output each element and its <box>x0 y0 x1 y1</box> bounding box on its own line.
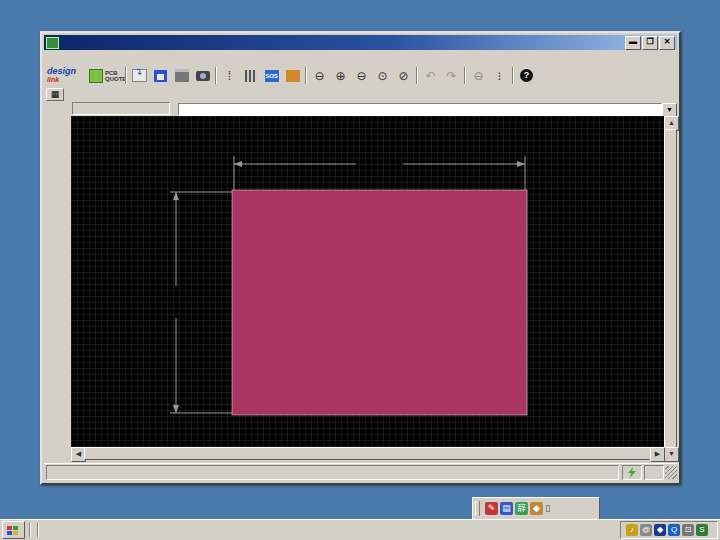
undo-icon[interactable]: ↶ <box>421 67 440 84</box>
tray-app1-icon[interactable]: @ <box>640 524 652 536</box>
export-image-icon[interactable] <box>193 67 212 84</box>
windows-logo-icon <box>7 526 17 535</box>
command-palette <box>44 116 71 463</box>
coordinate-display <box>72 102 170 115</box>
title-bar[interactable]: ▬ ❐ ✕ <box>44 35 677 50</box>
desktop: ▬ ❐ ✕ designlink PCB QUOTE ⁞ S <box>0 0 720 540</box>
close-button[interactable]: ✕ <box>659 36 675 50</box>
redo-icon[interactable]: ↷ <box>442 67 461 84</box>
display-columns-icon[interactable] <box>241 67 260 84</box>
resize-grip[interactable] <box>665 466 677 479</box>
pcb-drawing <box>71 116 665 447</box>
scroll-right-icon[interactable]: ▶ <box>650 447 665 462</box>
scroll-down-icon[interactable]: ▼ <box>664 447 679 462</box>
status-spare-box <box>644 465 664 480</box>
ime-prop-icon[interactable]: ◆ <box>530 502 543 515</box>
zoom-in-icon[interactable]: ⊕ <box>331 67 350 84</box>
ime-bar[interactable]: ✎ ▤ 辞 ◆ <box>472 497 600 520</box>
status-bar <box>44 463 677 481</box>
stop-icon[interactable]: ⊖ <box>469 67 488 84</box>
volume-icon[interactable]: ♪ <box>626 524 638 536</box>
ime-pad-icon[interactable]: ▤ <box>500 502 513 515</box>
help-icon[interactable]: ? <box>517 67 536 84</box>
updater-icon[interactable]: S <box>696 524 708 536</box>
minimize-button[interactable]: ▬ <box>625 36 641 50</box>
save-icon[interactable] <box>151 67 170 84</box>
ime-grip[interactable] <box>475 501 480 516</box>
board-canvas[interactable] <box>71 116 665 447</box>
qq-icon[interactable]: Q <box>668 524 680 536</box>
ime-dict-icon[interactable]: 辞 <box>515 502 528 515</box>
horizontal-scrollbar[interactable]: ◀ ▶ <box>71 447 665 460</box>
zoom-select-icon[interactable]: ⊘ <box>394 67 413 84</box>
layer-settings-icon[interactable]: ⁞ <box>220 67 239 84</box>
grid-button[interactable]: ▦ <box>46 88 64 101</box>
board-swap-icon[interactable] <box>283 67 302 84</box>
system-tray: ♪ @ ◆ Q ⊡ S <box>620 521 718 539</box>
pcb-board <box>232 190 527 415</box>
eagle-window: ▬ ❐ ✕ designlink PCB QUOTE ⁞ S <box>40 31 681 485</box>
app-icon <box>46 37 59 49</box>
grid-row: ▦ <box>44 88 677 100</box>
status-message <box>46 465 619 480</box>
menu-bar <box>44 50 677 64</box>
pcb-quote-button[interactable]: PCB QUOTE <box>89 69 123 83</box>
tool-bar: designlink PCB QUOTE ⁞ SOS ⊖ ⊕ ⊖ ⊙ ⊘ ↶ ↷… <box>44 64 677 87</box>
taskbar: ♪ @ ◆ Q ⊡ S <box>0 519 720 540</box>
zoom-redraw-icon[interactable]: ⊙ <box>373 67 392 84</box>
shield-icon[interactable]: ◆ <box>654 524 666 536</box>
zoom-out-icon[interactable]: ⊖ <box>352 67 371 84</box>
ime-tools-icon[interactable]: ✎ <box>485 502 498 515</box>
go-icon[interactable]: ⁝ <box>490 67 509 84</box>
maximize-button[interactable]: ❐ <box>642 36 658 50</box>
start-button[interactable] <box>2 521 25 539</box>
sos-icon[interactable]: SOS <box>262 67 281 84</box>
lock-icon[interactable]: ⊡ <box>682 524 694 536</box>
command-input[interactable] <box>178 103 662 116</box>
zoom-fit-icon[interactable]: ⊖ <box>310 67 329 84</box>
ime-caps-kana[interactable] <box>546 505 550 512</box>
print-icon[interactable] <box>172 67 191 84</box>
command-combo: ▼ <box>178 103 677 114</box>
vertical-scrollbar[interactable]: ▲ ▼ <box>664 116 677 462</box>
command-row: ▼ <box>44 101 677 115</box>
open-icon[interactable] <box>130 67 149 84</box>
designlink-logo[interactable]: designlink <box>47 67 89 84</box>
ratsnest-bolt-icon <box>622 465 642 480</box>
